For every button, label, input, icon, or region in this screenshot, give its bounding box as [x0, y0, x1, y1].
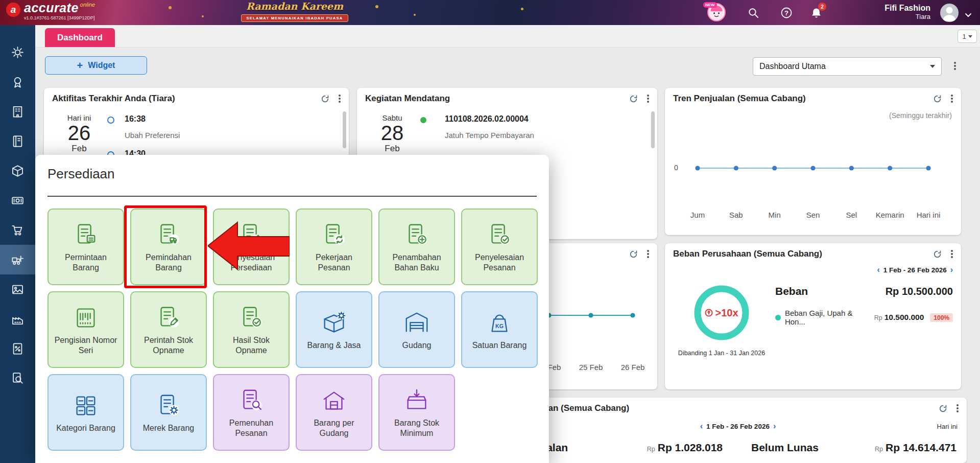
tile-pemenuhan-pesanan[interactable]: Pemenuhan Pesanan — [213, 374, 290, 451]
currency-label: Rp — [874, 314, 882, 321]
refresh-icon[interactable] — [629, 250, 638, 259]
help-icon[interactable]: ? — [780, 6, 793, 19]
tile-pemindahan-barang[interactable]: Pemindahan Barang — [130, 209, 207, 285]
tile-pekerjaan-pesanan[interactable]: Pekerjaan Pesanan — [296, 209, 372, 285]
refresh-icon[interactable] — [933, 250, 942, 259]
tab-pager[interactable]: 1 — [958, 30, 977, 43]
tile-pengisian-nomor-seri[interactable]: Pengisian Nomor Seri — [47, 291, 124, 368]
card-menu-dots[interactable] — [957, 407, 959, 409]
audit-icon — [11, 372, 25, 385]
dashboard-select[interactable]: Dashboard Utama — [753, 57, 942, 76]
notification-bell-icon[interactable]: 2 — [809, 6, 823, 19]
sidebar-item-company[interactable] — [0, 97, 35, 126]
card-penjualan: Penjualan (Semua Cabang) ‹ 1 Feb - 26 Fe… — [509, 398, 967, 463]
card-menu-dots[interactable] — [647, 98, 649, 100]
avatar[interactable] — [940, 4, 959, 22]
sidebar-item-manufacture[interactable] — [0, 304, 35, 334]
x-axis-label: Kemarin — [876, 211, 904, 219]
sidebar-item-audit[interactable] — [0, 363, 35, 393]
sidebar-item-persediaan-truck[interactable] — [0, 245, 35, 274]
beban-summary: Beban Rp 10.500.000 Beban Gaji, Upah & H… — [775, 285, 953, 326]
event-doc-number[interactable]: 110108.2026.02.00004 — [445, 114, 529, 124]
x-axis-labels: JumSabMinSenSelKemarinHari ini — [674, 211, 952, 222]
tile-perintah-stok-opname[interactable]: Perintah Stok Opname — [130, 291, 207, 368]
card-menu-dots[interactable] — [951, 253, 953, 255]
user-block[interactable]: Fifi Fashion Tiara — [885, 3, 930, 20]
tile-label: Pemindahan Barang — [134, 252, 203, 273]
tile-satuan-barang[interactable]: KGSatuan Barang — [461, 291, 538, 368]
legend-name: Beban Gaji, Upah & Hon... — [785, 309, 874, 326]
sidebar-item-sales-cart[interactable] — [0, 215, 35, 245]
data-point — [772, 166, 777, 170]
tile-kategori-barang[interactable]: Kategori Barang — [47, 374, 124, 451]
doc-refresh-icon — [320, 221, 348, 249]
data-point — [695, 166, 700, 170]
compare-label: Dibanding 1 Jan - 31 Jan 2026 — [673, 349, 770, 358]
divider — [47, 196, 537, 197]
data-point — [849, 166, 854, 170]
tile-label: Penambahan Bahan Baku — [383, 252, 451, 273]
tile-penyesuaian-persediaan[interactable]: Penyesuaian Persediaan — [213, 209, 290, 285]
x-axis-label: Sab — [729, 211, 743, 219]
doc-box-icon — [72, 221, 100, 249]
tile-permintaan-barang[interactable]: Permintaan Barang — [47, 209, 124, 285]
tile-label: Hasil Stok Opname — [217, 335, 285, 356]
scrollbar-thumb[interactable] — [343, 111, 346, 148]
tab-dashboard[interactable]: Dashboard — [45, 28, 115, 47]
card-menu-dots[interactable] — [339, 98, 341, 100]
tile-merek-barang[interactable]: Merek Barang — [130, 374, 207, 451]
tile-barang-per-gudang[interactable]: Barang per Gudang — [296, 374, 372, 451]
tile-gudang[interactable]: Gudang — [378, 291, 455, 368]
activity-time: 16:38 — [125, 114, 146, 124]
card-menu-dots[interactable] — [647, 253, 649, 255]
refresh-icon[interactable] — [321, 95, 329, 103]
sidebar-item-settings[interactable] — [0, 37, 35, 67]
legend-row[interactable]: Beban Gaji, Upah & Hon... Rp 10.500.000 … — [775, 309, 953, 326]
add-widget-button[interactable]: + Widget — [45, 56, 147, 75]
card-menu-dots[interactable] — [951, 98, 953, 100]
sidebar-item-tax[interactable] — [0, 334, 35, 363]
next-chevron-icon[interactable]: › — [773, 422, 776, 430]
refresh-icon[interactable] — [629, 95, 638, 103]
card-title: Beban Perusahaan (Semua Cabang) — [673, 249, 822, 259]
barcode-doc-icon — [72, 304, 100, 332]
chart-subtitle: (Seminggu terakhir) — [889, 111, 952, 120]
scrollbar-thumb[interactable] — [651, 111, 655, 148]
period-label: Hari ini — [937, 423, 958, 430]
tile-penambahan-bahan-baku[interactable]: Penambahan Bahan Baku — [378, 209, 455, 285]
sidebar-item-cash[interactable] — [0, 186, 35, 215]
legend-dot-icon — [775, 315, 781, 320]
activity-desc[interactable]: Ubah Preferensi — [125, 131, 180, 140]
tile-barang-stok-minimum[interactable]: Barang Stok Minimum — [378, 374, 455, 451]
month-label: Feb — [370, 144, 414, 154]
next-chevron-icon[interactable]: › — [950, 266, 953, 274]
decor-dot — [414, 14, 416, 16]
tile-barang-jasa[interactable]: Barang & Jasa — [296, 291, 372, 368]
tile-penyelesaian-pesanan[interactable]: Penyelesaian Pesanan — [461, 209, 538, 285]
toolbar-menu-dots[interactable] — [954, 65, 956, 67]
date-block: Sabtu 28 Feb — [370, 113, 414, 154]
user-role: Tiara — [885, 13, 930, 20]
chevron-down-icon — [968, 35, 972, 38]
sidebar-item-asset[interactable] — [0, 274, 35, 304]
currency-label: Rp — [647, 446, 655, 453]
tile-label: Penyesuaian Persediaan — [217, 252, 285, 273]
refresh-icon[interactable] — [933, 95, 942, 103]
user-menu-chevron-icon[interactable] — [965, 10, 972, 19]
prev-chevron-icon[interactable]: ‹ — [877, 266, 880, 274]
sidebar-item-inventory-box[interactable] — [0, 156, 35, 186]
tile-hasil-stok-opname[interactable]: Hasil Stok Opname — [213, 291, 290, 368]
prev-chevron-icon[interactable]: ‹ — [700, 422, 703, 430]
decor-dot — [375, 5, 378, 8]
date-range: 1 Feb - 26 Feb 2026 — [883, 266, 947, 274]
y-axis-tick: 0 — [674, 164, 678, 172]
sidebar-item-ledger[interactable] — [0, 126, 35, 156]
inventory-box-icon — [11, 164, 25, 178]
svg-text:KG: KG — [495, 322, 504, 329]
refresh-icon[interactable] — [939, 404, 947, 413]
search-icon[interactable] — [747, 6, 760, 19]
chevron-down-icon — [930, 65, 935, 68]
sidebar-item-approval[interactable] — [0, 67, 35, 97]
mascot-icon[interactable]: NEW — [707, 3, 726, 21]
x-axis-label: 26 Feb — [621, 363, 645, 372]
